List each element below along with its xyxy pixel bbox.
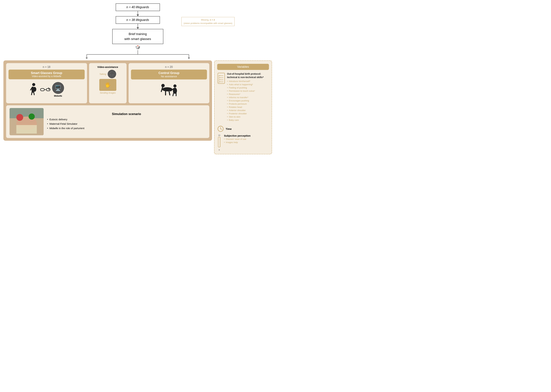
sending-section: Sending images xyxy=(100,91,116,94)
sim-item-3: Midwife in the role of parturient xyxy=(47,127,206,130)
svg-rect-12 xyxy=(41,89,44,91)
subjective-content: Subjective perception Glasses' ease of u… xyxy=(224,134,251,146)
variables-box: Variables xyxy=(214,60,272,154)
protocol-row: Out-of-hospital birth protocol: technica… xyxy=(217,72,269,124)
sg-subtitle: Video-assisted by a Midwife xyxy=(12,75,81,77)
subjective-title: Subjective perception xyxy=(224,134,251,137)
missing-reason: (vision problems incompatible with smart… xyxy=(184,22,232,25)
simulation-content: Simulation scenario Eutocic delivery Mat… xyxy=(47,112,206,131)
sg-title-box: Smart Glasses Group Video-assisted by a … xyxy=(8,70,85,79)
svg-line-24 xyxy=(173,92,174,96)
svg-rect-32 xyxy=(16,125,37,133)
var-item-8: Protects perineum xyxy=(227,103,269,105)
training-box: Brief training with smart glasses xyxy=(112,29,163,44)
thermometer-icon: 10 0 xyxy=(217,134,221,151)
svg-marker-4 xyxy=(86,58,88,59)
sg-title: Smart Glasses Group xyxy=(12,71,81,75)
protocol-content: Out-of-hospital birth protocol: technica… xyxy=(227,72,269,124)
talking-row: Talking 🎧 🖐️ Sending images xyxy=(99,70,116,94)
cg-n-label: n = 20 xyxy=(165,65,173,69)
tan-main-box: n = 18 Smart Glasses Group Video-assiste… xyxy=(3,60,212,141)
talking-label: Talking xyxy=(99,73,106,75)
time-label: Time xyxy=(226,127,232,130)
clock-icon xyxy=(217,125,224,132)
var-item-1: Introduce him/herselfᵃ xyxy=(227,80,269,83)
video-assistance-box: Video-assistance Talking 🎧 🖐️ Sending im… xyxy=(89,63,127,103)
var-item-9: Rotates head xyxy=(227,106,269,108)
sim-item-2: Maternal-Fetal Simulator xyxy=(47,122,206,125)
simulation-photo xyxy=(9,108,44,135)
monitor-circle: 🖥️ xyxy=(52,82,64,94)
simulation-title: Simulation scenario xyxy=(47,112,206,116)
var-item-5: Reassuresᵃ xyxy=(227,93,269,95)
var-item-10: Anterior shoulder xyxy=(227,109,269,112)
groups-row: n = 18 Smart Glasses Group Video-assiste… xyxy=(6,63,209,103)
protocol-title: Out-of-hospital birth protocol: technica… xyxy=(227,72,269,79)
var-item-2: Asks what is happeningᵃ xyxy=(227,83,269,86)
control-group-box: n = 20 Control Group No assistance xyxy=(129,63,210,103)
smart-glasses-box: n = 18 Smart Glasses Group Video-assiste… xyxy=(6,63,87,103)
smart-glasses-icon xyxy=(40,87,51,92)
cg-title-box: Control Group No assistance xyxy=(131,70,207,79)
svg-point-30 xyxy=(16,114,23,121)
missing-n: n = 2 xyxy=(210,19,215,21)
box-38-lifeguards: n = 38 lifeguards xyxy=(116,16,160,24)
subj-item-2: Images help xyxy=(224,141,251,144)
var-item-11: Posterior shoulder xyxy=(227,112,269,115)
time-section: Time xyxy=(217,125,269,132)
training-line1: Brief training xyxy=(129,32,147,36)
missing-note: Missing, n = 2 (vision problems incompat… xyxy=(181,17,234,26)
sg-figures: 🖥️ Midwife xyxy=(29,82,64,97)
cg-title: Control Group xyxy=(134,71,204,75)
svg-line-21 xyxy=(169,91,170,95)
var-item-6: Informs no transferᵃ xyxy=(227,96,269,99)
cg-figures xyxy=(158,82,180,99)
arrow-down-1 xyxy=(138,11,138,16)
midwife-figure: 🖥️ Midwife xyxy=(52,82,64,97)
variables-title: Variables xyxy=(217,64,269,70)
simulation-list: Eutocic delivery Maternal-Fetal Simulato… xyxy=(47,118,206,130)
headset-icon: 🎧 xyxy=(108,70,116,78)
missing-label: Missing, xyxy=(201,19,210,21)
video-image-placeholder: 🖐️ xyxy=(99,79,116,91)
pregnant-woman-icon xyxy=(29,83,38,97)
svg-line-10 xyxy=(34,91,34,95)
sg-n-label: n = 18 xyxy=(43,65,51,69)
protocol-list: Introduce him/herselfᵃ Asks what is happ… xyxy=(227,80,269,121)
svg-point-31 xyxy=(29,113,35,120)
video-assistance-title: Video-assistance xyxy=(97,65,118,68)
sending-label: Sending images xyxy=(100,91,116,94)
svg-line-9 xyxy=(31,91,32,95)
subjective-section: 10 0 Subjective percept xyxy=(217,134,269,151)
sim-item-1: Eutocic delivery xyxy=(47,118,206,121)
var-item-7: Encourages pushing xyxy=(227,99,269,102)
arrow-down-2 xyxy=(138,24,138,29)
flow-top: n = 40 lifeguards Missing, n = 2 (vision… xyxy=(3,3,272,59)
svg-marker-5 xyxy=(188,58,190,59)
diagram-wrapper: n = 40 lifeguards Missing, n = 2 (vision… xyxy=(3,3,272,154)
var-item-12: Skin-to-skin xyxy=(227,116,269,118)
n38-label: n = 38 lifeguards xyxy=(126,18,149,22)
subj-item-1: Glasses' ease of use xyxy=(224,138,251,140)
var-item-4: Permission to touch vulvaᵃ xyxy=(227,90,269,92)
checklist-icon-container xyxy=(217,72,225,84)
cg-subtitle: No assistance xyxy=(134,75,204,78)
var-item-13: Baby care xyxy=(227,119,269,121)
svg-point-41 xyxy=(220,128,221,129)
main-row: n = 18 Smart Glasses Group Video-assiste… xyxy=(3,60,272,154)
dice-icon: 🎲 xyxy=(135,45,140,49)
var-item-3: Feeling of pushing xyxy=(227,86,269,89)
control-group-figure-icon xyxy=(158,82,180,99)
subjective-list: Glasses' ease of use Images help xyxy=(224,138,251,144)
svg-point-6 xyxy=(32,83,35,86)
svg-point-22 xyxy=(173,84,176,87)
midwife-label: Midwife xyxy=(54,95,62,97)
simulation-box: Simulation scenario Eutocic delivery Mat… xyxy=(6,105,209,138)
branch-lines xyxy=(61,50,214,59)
checklist-icon xyxy=(217,72,225,84)
svg-line-19 xyxy=(161,87,163,91)
training-line2: with smart glasses xyxy=(124,37,151,41)
talking-section: Talking 🎧 xyxy=(99,70,116,78)
n40-label: n = 40 lifeguards xyxy=(126,6,149,9)
box-40-lifeguards: n = 40 lifeguards xyxy=(116,3,160,11)
